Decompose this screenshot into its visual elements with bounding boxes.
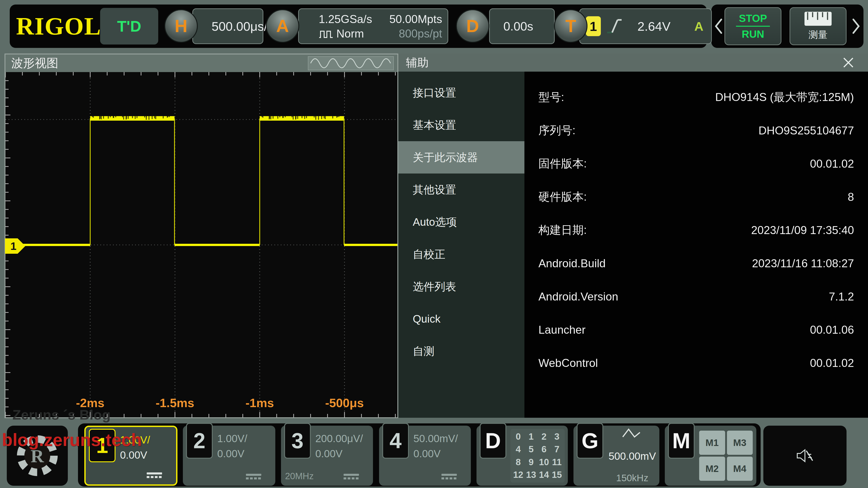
measure-button[interactable]: 测量 [789,7,846,45]
trigger-status-button[interactable]: T'D [100,8,158,44]
math1-button[interactable]: M1 [699,431,725,455]
about-row-model: 型号: DHO914S (最大带宽:125M) [538,80,854,114]
about-row-webcontrol: WebControl 00.01.02 [538,346,854,380]
acq-mode: Norm [336,27,364,40]
generator-label: G [577,423,603,459]
channel4-offset: 0.00V [413,446,458,461]
horizontal-knob[interactable]: H [164,9,198,43]
menu-item-other-settings[interactable]: 其他设置 [398,173,524,206]
top-right-controls: STOP RUN 测量 [711,4,864,48]
sample-interval: 800ps/pt [399,27,442,40]
channel4-number: 4 [382,423,409,459]
about-row-launcher: Launcher 00.01.06 [538,313,854,346]
menu-title: 辅助 [398,55,429,70]
utility-menu-panel: 辅助 接口设置 基本设置 关于此示波器 其他设置 Auto选项 自校正 选件列表… [398,54,868,418]
delay-value: 0.00s [503,19,533,33]
waveform-view-panel: 波形视图 [4,54,398,418]
menu-item-auto-options[interactable]: Auto选项 [398,206,524,238]
digital-bits-grid: 01 23 45 67 89 1011 1213 1415 [510,429,565,483]
math3-button[interactable]: M3 [727,431,753,455]
trigger-knob[interactable]: T [554,9,587,43]
channel4-card[interactable]: 4 50.00mV/ 0.00V [379,426,471,486]
menu-item-self-test[interactable]: 自测 [398,335,524,367]
channel3-scale: 200.00μV/ [315,431,363,446]
digital-channels-card[interactable]: D 01 23 45 67 89 1011 1213 1415 [476,426,568,486]
channel3-bandwidth: 20MHz [285,471,314,481]
about-row-hardware: 硬件版本: 8 [538,180,854,214]
waveform-thumbnail[interactable] [308,56,394,70]
menu-item-basic-settings[interactable]: 基本设置 [398,109,524,141]
chevron-left-icon[interactable] [714,18,723,35]
delay-card[interactable]: 0.00s [489,8,555,44]
generator-card[interactable]: G 500.00mV 150kHz [574,426,659,486]
waveform-view-title: 波形视图 [5,55,58,71]
oscilloscope-screen: RIGOL T'D H 500.00μs/ A 1.25GSa/s Norm 5… [0,0,868,488]
timebase-card[interactable]: 500.00μs/ [192,8,264,44]
channel2-card[interactable]: 2 1.00V/ 0.00V [183,426,275,486]
measure-label: 测量 [809,29,828,41]
about-row-build-date: 构建日期: 2023/11/09 17:35:40 [538,214,854,247]
waveform-view-header[interactable]: 波形视图 [5,55,397,72]
trigger-source-badge: 1 [586,16,601,36]
chevron-right-icon[interactable] [851,18,861,35]
dc-coupling-icon [441,474,457,480]
stop-label: STOP [739,12,767,24]
channel3-offset: 0.00V [315,446,363,461]
menu-item-about-oscilloscope[interactable]: 关于此示波器 [398,141,524,173]
trigger-level: 2.64V [638,19,671,34]
dc-coupling-icon [246,474,261,480]
time-axis-label: -500μs [325,396,364,410]
ruler-icon [804,11,832,26]
close-icon[interactable] [842,56,855,69]
time-axis-label: -1ms [246,396,274,410]
math2-button[interactable]: M2 [699,457,725,481]
about-info-panel: 型号: DHO914S (最大带宽:125M) 序列号: DHO9S255104… [524,72,868,418]
waveform-grid [5,72,397,417]
acquire-card[interactable]: 1.25GSa/s Norm 50.00Mpts 800ps/pt [298,8,448,44]
timebase-value: 500.00μs/ [212,19,268,34]
top-status-bar: RIGOL T'D H 500.00μs/ A 1.25GSa/s Norm 5… [10,4,707,48]
generator-frequency: 150kHz [616,473,648,484]
watermark-blog-name: Zeruns ´s Blog [12,407,111,423]
delay-knob[interactable]: D [456,9,489,43]
stop-run-button[interactable]: STOP RUN [724,7,781,45]
acq-mode-icon [319,29,333,39]
about-row-android-build: Android.Build 2023/11/16 11:08:27 [538,247,854,280]
menu-item-interface-settings[interactable]: 接口设置 [398,76,524,109]
about-row-firmware: 固件版本: 00.01.02 [538,147,854,180]
stop-run-divider [736,26,770,27]
speaker-mute-button[interactable] [763,426,846,486]
menu-item-option-list[interactable]: 选件列表 [398,270,524,303]
memory-depth: 50.00Mpts [390,13,442,26]
generator-waveform-icon [621,427,643,440]
menu-body: 接口设置 基本设置 关于此示波器 其他设置 Auto选项 自校正 选件列表 Qu… [398,72,868,418]
channel2-scale: 1.00V/ [217,431,247,446]
digital-label: D [480,423,506,459]
menu-item-quick[interactable]: Quick [398,303,524,335]
trigger-sweep-mode: A [694,19,704,34]
math-card[interactable]: M M1 M3 M2 M4 [665,426,756,486]
generator-amplitude: 500.00mV [609,450,656,462]
rising-edge-icon [606,16,622,36]
waveform-plot-area[interactable]: -2ms -1.5ms -1ms -500μs [5,72,397,417]
about-row-android-version: Android.Version 7.1.2 [538,280,854,313]
sample-rate: 1.25GSa/s [319,13,372,26]
channel3-card[interactable]: 3 200.00μV/ 0.00V 20MHz [281,426,373,486]
dc-coupling-icon [147,473,162,478]
menu-header: 辅助 [398,54,868,72]
speaker-muted-icon [796,448,814,464]
menu-item-list: 接口设置 基本设置 关于此示波器 其他设置 Auto选项 自校正 选件列表 Qu… [398,72,524,418]
time-axis-label: -1.5ms [156,396,194,410]
rigol-logo: RIGOL [16,4,101,48]
math4-button[interactable]: M4 [727,457,753,481]
acquire-knob[interactable]: A [266,9,299,43]
watermark-blog-url: blog.zeruns.tech [2,430,142,450]
menu-item-self-calibration[interactable]: 自校正 [398,238,524,270]
channel1-marker-label: 1 [10,240,17,252]
dc-coupling-icon [344,474,359,480]
channel1-marker[interactable]: 1 [4,238,26,254]
channel2-number: 2 [186,423,213,459]
sine-wave-icon [308,57,393,70]
channel4-scale: 50.00mV/ [413,431,458,446]
trigger-card[interactable]: 1 2.64V A [579,8,712,44]
